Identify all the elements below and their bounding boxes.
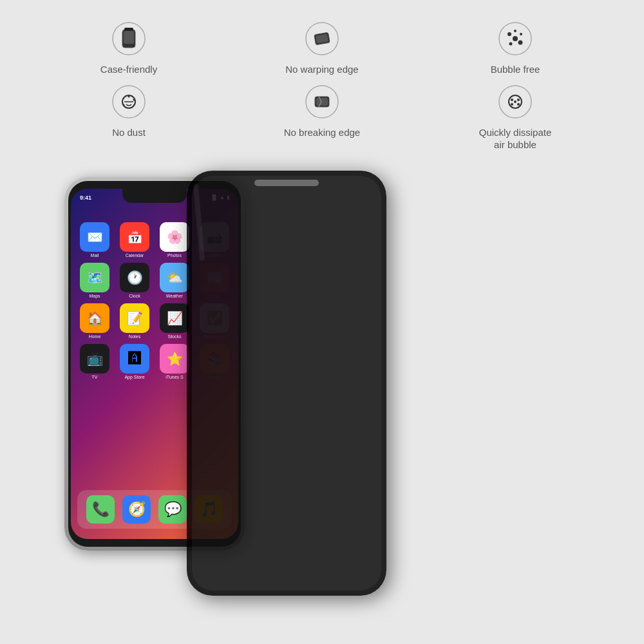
- svg-point-30: [517, 103, 520, 106]
- no-breaking-edge-icon: [303, 82, 341, 121]
- feature-no-warping-edge: No warping edge: [232, 19, 412, 76]
- svg-point-27: [511, 99, 513, 101]
- svg-point-11: [509, 43, 513, 46]
- svg-point-20: [123, 104, 125, 106]
- svg-point-31: [514, 100, 516, 103]
- feature-bubble-free: Bubble free: [425, 19, 605, 76]
- glass-notch-cutout: [254, 180, 319, 186]
- glass-protector: [187, 171, 386, 596]
- app-home: 🏠 Home: [77, 303, 112, 339]
- svg-point-18: [133, 99, 135, 100]
- app-calendar: 📅 Calendar: [117, 222, 152, 258]
- app-mail: ✉️ Mail: [77, 222, 112, 258]
- feature-no-dust: No dust: [39, 82, 219, 151]
- svg-point-29: [511, 103, 513, 106]
- no-dust-icon: [109, 82, 148, 121]
- case-friendly-icon: [109, 19, 148, 58]
- status-time: 9:41: [80, 194, 91, 201]
- no-warping-edge-label: No warping edge: [285, 63, 358, 76]
- svg-rect-2: [124, 28, 133, 31]
- app-tv: 📺 TV: [77, 344, 112, 379]
- case-friendly-label: Case-friendly: [100, 63, 157, 76]
- svg-point-8: [513, 36, 518, 41]
- feature-quickly-dissipate: Quickly dissipate air bubble: [425, 82, 605, 151]
- svg-point-12: [518, 41, 523, 45]
- bubble-free-label: Bubble free: [491, 63, 540, 76]
- bubble-free-icon: [496, 19, 535, 58]
- quickly-dissipate-icon: [496, 82, 535, 121]
- dock-phone: 📞: [86, 495, 115, 524]
- svg-point-13: [514, 30, 516, 32]
- svg-point-17: [128, 95, 130, 97]
- phones-area: 9:41 ▐▌ ▲ ▮ ✉️ Mail 📅: [0, 164, 644, 628]
- svg-point-28: [517, 99, 520, 101]
- notch: [122, 189, 187, 203]
- features-grid: Case-friendly No warping edge Bubb: [0, 0, 644, 164]
- svg-point-9: [507, 32, 511, 36]
- svg-point-19: [133, 104, 135, 106]
- svg-rect-3: [124, 31, 134, 44]
- app-clock: 🕐 Clock: [117, 263, 152, 298]
- svg-rect-24: [316, 98, 328, 106]
- app-notes: 📝 Notes: [117, 303, 152, 339]
- dock-messages: 💬: [158, 495, 187, 524]
- glass-outer: [187, 171, 386, 596]
- no-dust-label: No dust: [112, 126, 146, 139]
- dock-safari: 🧭: [122, 495, 151, 524]
- feature-case-friendly: Case-friendly: [39, 19, 219, 76]
- feature-no-breaking-edge: No breaking edge: [232, 82, 412, 151]
- no-breaking-edge-label: No breaking edge: [284, 126, 360, 139]
- no-warping-edge-icon: [303, 19, 341, 58]
- quickly-dissipate-label: Quickly dissipate air bubble: [479, 126, 552, 151]
- app-appstore: 🅰 App Store: [117, 344, 152, 379]
- svg-point-10: [520, 33, 522, 35]
- glass-inner: [192, 176, 381, 591]
- svg-point-21: [123, 98, 124, 99]
- app-maps: 🗺️ Maps: [77, 263, 112, 298]
